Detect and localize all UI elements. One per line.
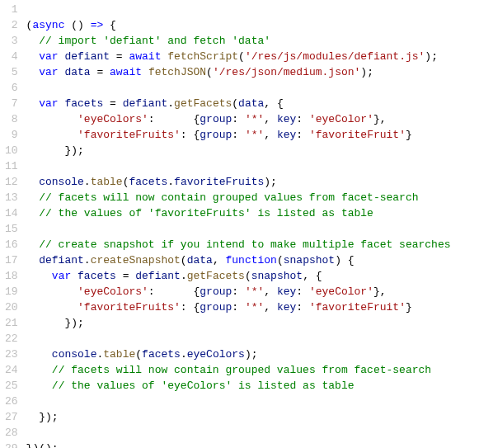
- token-str: '*': [245, 113, 264, 125]
- token-pun: (: [135, 348, 142, 361]
- token-pun: ,: [264, 129, 277, 141]
- token-kw: var: [39, 97, 58, 110]
- token-prop: key: [277, 301, 296, 314]
- code-line[interactable]: // create snapshot if you intend to make…: [26, 237, 479, 252]
- line-number: 26: [5, 394, 18, 409]
- token-pun: .: [167, 97, 174, 110]
- code-line[interactable]: [26, 425, 479, 441]
- code-line[interactable]: [26, 80, 479, 96]
- token-pun: [71, 270, 77, 282]
- code-line[interactable]: (async () => {: [26, 17, 479, 33]
- code-line[interactable]: [26, 158, 479, 174]
- token-ident: data: [187, 254, 213, 266]
- token-pun: .: [84, 254, 91, 266]
- token-pun: });: [26, 411, 59, 423]
- token-str: '*': [245, 285, 264, 298]
- token-pun: [26, 35, 40, 47]
- code-line[interactable]: });: [26, 143, 479, 158]
- token-str: 'favoriteFruit': [309, 301, 406, 314]
- token-fn: fetchJSON: [148, 66, 206, 78]
- token-pun: , {: [264, 97, 283, 110]
- token-ident: defiant: [64, 50, 110, 63]
- token-pun: (): [64, 19, 90, 31]
- code-line[interactable]: 'favoriteFruits': {group: '*', key: 'fav…: [26, 127, 479, 143]
- code-line[interactable]: console.table(facets.favoriteFruits);: [26, 174, 479, 190]
- code-line[interactable]: // facets will now contain grouped value…: [26, 190, 479, 205]
- token-pun: [26, 176, 40, 188]
- code-line[interactable]: // the values of 'eyeColors' is listed a…: [26, 378, 479, 394]
- token-pun: },: [373, 285, 387, 298]
- token-pun: :: [232, 285, 245, 298]
- code-line[interactable]: 'eyeColors': {group: '*', key: 'eyeColor…: [26, 284, 479, 299]
- line-number: 7: [5, 96, 18, 111]
- code-line[interactable]: // import 'defiant' and fetch 'data': [26, 33, 479, 49]
- token-com: // import 'defiant' and fetch 'data': [39, 35, 270, 47]
- line-number: 16: [5, 237, 18, 252]
- token-pun: );: [264, 176, 277, 188]
- token-pun: =: [110, 50, 129, 63]
- code-line[interactable]: })();: [26, 441, 479, 448]
- token-pun: });: [26, 317, 84, 329]
- token-pun: },: [373, 113, 387, 125]
- token-pun: [26, 113, 77, 125]
- token-pun: .: [181, 270, 187, 282]
- code-line[interactable]: defiant.createSnapshot(data, function(sn…: [26, 252, 479, 268]
- token-pun: );: [245, 348, 258, 361]
- code-line[interactable]: // facets will now contain grouped value…: [26, 362, 479, 378]
- token-pun: (: [238, 50, 245, 63]
- line-number: 29: [5, 441, 18, 448]
- code-line[interactable]: var data = await fetchJSON('/res/json/me…: [26, 64, 479, 80]
- line-number: 10: [5, 143, 18, 158]
- token-ident: defiant: [123, 97, 168, 110]
- line-number: 27: [5, 409, 18, 425]
- token-fn: table: [103, 348, 135, 361]
- code-line[interactable]: var facets = defiant.getFacets(snapshot,…: [26, 268, 479, 284]
- token-pun: (: [206, 66, 213, 78]
- token-prop: group: [200, 129, 232, 141]
- token-fn: fetchScript: [167, 50, 238, 63]
- code-line[interactable]: [26, 331, 479, 347]
- token-ident: snapshot: [251, 270, 303, 282]
- line-number: 28: [5, 425, 18, 441]
- token-pun: ) {: [335, 254, 354, 266]
- code-line[interactable]: console.table(facets.eyeColors);: [26, 347, 479, 362]
- token-com: // the values of 'favoriteFruits' is lis…: [39, 207, 373, 219]
- line-number: 12: [5, 174, 18, 190]
- token-pun: [26, 97, 40, 110]
- token-pun: .: [181, 348, 187, 361]
- token-pun: }: [406, 129, 412, 141]
- token-kw: await: [110, 66, 142, 78]
- token-ident: snapshot: [284, 254, 335, 266]
- line-number: 9: [5, 127, 18, 143]
- code-line[interactable]: 'eyeColors': {group: '*', key: 'eyeColor…: [26, 111, 479, 127]
- token-str: 'eyeColor': [309, 113, 373, 125]
- code-line[interactable]: });: [26, 315, 479, 331]
- token-pun: [26, 285, 77, 298]
- code-content[interactable]: (async () => { // import 'defiant' and f…: [26, 2, 479, 448]
- code-line[interactable]: [26, 221, 479, 237]
- code-line[interactable]: 'favoriteFruits': {group: '*', key: 'fav…: [26, 299, 479, 315]
- code-editor[interactable]: 1234567891011121314151617181920212223242…: [0, 0, 479, 448]
- token-pun: .: [167, 176, 174, 188]
- token-str: 'favoriteFruit': [309, 129, 406, 141]
- token-pun: [26, 301, 77, 314]
- code-line[interactable]: var defiant = await fetchScript('/res/js…: [26, 49, 479, 64]
- code-line[interactable]: });: [26, 409, 479, 425]
- token-pun: :: [296, 129, 309, 141]
- token-pun: );: [425, 50, 438, 63]
- token-kw: var: [39, 66, 58, 78]
- code-line[interactable]: [26, 394, 479, 409]
- code-line[interactable]: // the values of 'favoriteFruits' is lis…: [26, 205, 479, 221]
- token-pun: :: [232, 301, 245, 314]
- token-com: // the values of 'eyeColors' is listed a…: [52, 380, 355, 392]
- line-number: 6: [5, 80, 18, 96]
- line-number: 19: [5, 284, 18, 299]
- code-line[interactable]: [26, 2, 479, 17]
- token-prop: group: [200, 301, 232, 314]
- line-number: 21: [5, 315, 18, 331]
- token-prop: eyeColors: [187, 348, 245, 361]
- code-line[interactable]: var facets = defiant.getFacets(data, {: [26, 96, 479, 111]
- token-fn: getFacets: [187, 270, 245, 282]
- token-prop: group: [200, 285, 232, 298]
- token-prop: key: [277, 129, 296, 141]
